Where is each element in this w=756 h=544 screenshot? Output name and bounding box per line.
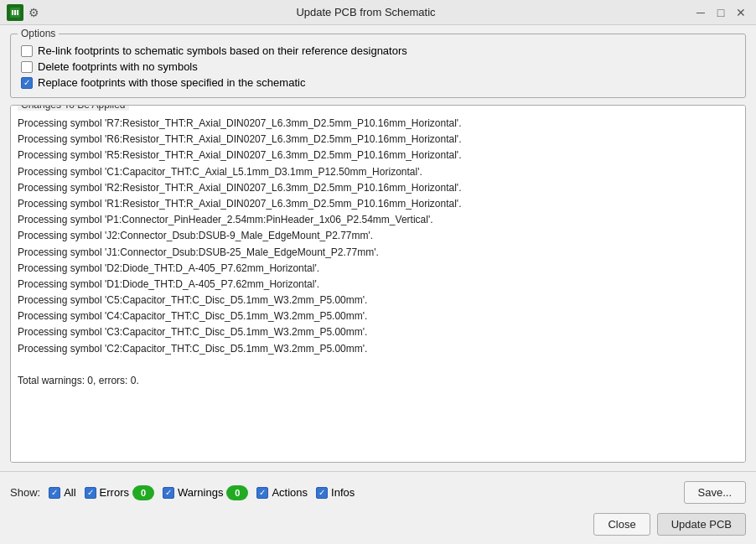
replace-checkbox[interactable] — [21, 77, 33, 89]
update-pcb-button[interactable]: Update PCB — [657, 513, 746, 536]
minimize-button[interactable]: ─ — [692, 4, 709, 21]
filter-infos-label: Infos — [331, 486, 355, 499]
save-button[interactable]: Save... — [684, 481, 746, 504]
log-line: Processing symbol 'J2:Connector_Dsub:DSU… — [18, 228, 738, 244]
changes-group: Changes To Be Applied Processing symbol … — [10, 105, 746, 463]
svg-rect-3 — [17, 10, 18, 15]
log-line: Processing symbol 'C2:Capacitor_THT:C_Di… — [18, 341, 738, 357]
log-line: Processing symbol 'C5:Capacitor_THT:C_Di… — [18, 293, 738, 308]
show-label: Show: — [10, 486, 40, 499]
changes-log[interactable]: Processing symbol 'R7:Resistor_THT:R_Axi… — [11, 106, 745, 462]
log-line: Processing symbol 'C1:Capacitor_THT:C_Ax… — [18, 164, 738, 180]
delete-checkbox[interactable] — [21, 61, 33, 73]
log-line: Processing symbol 'C3:Capacitor_THT:C_Di… — [18, 324, 738, 340]
filter-all-label: All — [64, 486, 75, 499]
errors-badge: 0 — [132, 485, 154, 500]
bottom-right: Save... — [684, 481, 746, 504]
filter-warnings: Warnings 0 — [163, 485, 248, 500]
filter-all-checkbox[interactable] — [49, 487, 60, 499]
log-line: Processing symbol 'R2:Resistor_THT:R_Axi… — [18, 180, 738, 196]
window-controls: ─ □ ✕ — [692, 4, 749, 21]
filter-actions-label: Actions — [272, 486, 308, 499]
delete-row: Delete footprints with no symbols — [21, 60, 735, 73]
filter-errors: Errors 0 — [85, 485, 154, 500]
main-content: Options Re-link footprints to schematic … — [0, 25, 756, 471]
filter-all: All — [49, 486, 75, 499]
changes-title: Changes To Be Applied — [18, 105, 129, 111]
footer-row: Close Update PCB — [0, 513, 756, 544]
filter-infos-checkbox[interactable] — [316, 487, 328, 499]
show-filters: Show: All Errors 0 Warnings 0 Actions In… — [10, 485, 355, 500]
svg-rect-2 — [14, 10, 16, 15]
log-summary: Total warnings: 0, errors: 0. — [18, 373, 738, 389]
app-icon — [7, 4, 23, 21]
filter-errors-checkbox[interactable] — [85, 487, 96, 499]
close-button[interactable]: Close — [593, 513, 650, 536]
close-button[interactable]: ✕ — [733, 4, 749, 21]
log-line: Processing symbol 'J1:Connector_Dsub:DSU… — [18, 245, 738, 261]
relink-checkbox[interactable] — [21, 45, 33, 57]
replace-row: Replace footprints with those specified … — [21, 76, 735, 89]
log-line: Processing symbol 'P1:Connector_PinHeade… — [18, 212, 738, 228]
options-title: Options — [18, 28, 59, 39]
log-line: Processing symbol 'R7:Resistor_THT:R_Axi… — [18, 116, 738, 132]
filter-warnings-checkbox[interactable] — [163, 487, 174, 499]
svg-rect-1 — [12, 10, 13, 15]
log-line: Processing symbol 'D1:Diode_THT:D_A-405_… — [18, 277, 738, 293]
relink-row: Re-link footprints to schematic symbols … — [21, 44, 735, 57]
bottom-bar: Show: All Errors 0 Warnings 0 Actions In… — [0, 471, 756, 513]
app-secondary-icon: ⚙ — [28, 6, 39, 19]
filter-infos: Infos — [316, 486, 355, 499]
options-group: Options Re-link footprints to schematic … — [10, 34, 746, 98]
filter-actions-checkbox[interactable] — [256, 487, 268, 499]
warnings-badge: 0 — [226, 485, 248, 500]
filter-actions: Actions — [256, 486, 308, 499]
delete-label: Delete footprints with no symbols — [38, 60, 198, 73]
log-line: Processing symbol 'R1:Resistor_THT:R_Axi… — [18, 196, 738, 212]
log-line: Processing symbol 'D2:Diode_THT:D_A-405_… — [18, 261, 738, 277]
log-line: Processing symbol 'R5:Resistor_THT:R_Axi… — [18, 148, 738, 163]
log-line: Processing symbol 'C4:Capacitor_THT:C_Di… — [18, 308, 738, 324]
log-line: Processing symbol 'R6:Resistor_THT:R_Axi… — [18, 132, 738, 148]
relink-label: Re-link footprints to schematic symbols … — [38, 44, 407, 57]
filter-warnings-label: Warnings — [178, 486, 223, 499]
title-bar-left: ⚙ — [7, 4, 39, 21]
window-title: Update PCB from Schematic — [39, 6, 692, 18]
maximize-button[interactable]: □ — [712, 4, 729, 21]
filter-errors-label: Errors — [100, 486, 129, 499]
replace-label: Replace footprints with those specified … — [38, 76, 305, 89]
title-bar: ⚙ Update PCB from Schematic ─ □ ✕ — [0, 0, 756, 25]
